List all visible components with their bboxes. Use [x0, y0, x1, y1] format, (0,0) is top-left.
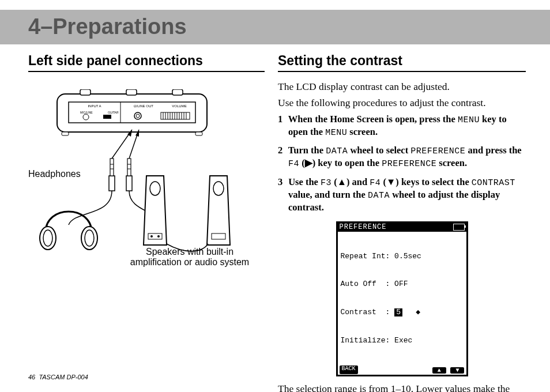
headphones-icon	[40, 212, 97, 250]
svg-point-9	[136, 114, 140, 118]
right-column: Setting the contrast The LCD display con…	[278, 53, 526, 392]
svg-point-39	[85, 230, 94, 246]
lcd-row-repeat: Repeat Int: 0.5sec	[341, 252, 464, 261]
steps-list: 1 When the Home Screen is open, press th…	[278, 113, 526, 213]
chapter-title: 4–Preparations	[28, 14, 187, 39]
lcd-row-contrast: Contrast : 5 ◆	[341, 308, 464, 317]
lcd-contrast-value: 5	[394, 308, 402, 316]
speaker-right-icon	[207, 176, 230, 245]
right-heading: Setting the contrast	[278, 53, 526, 72]
lcd-soft-down: ▼	[450, 367, 464, 374]
connection-diagram: INPUT A Ω/LINE OUT VOLUME MIC/LINE GUITA…	[28, 89, 247, 274]
page-footer: 46 TASCAM DP-004	[28, 374, 88, 380]
panel-label-volume: VOLUME	[172, 104, 186, 108]
svg-point-43	[157, 235, 160, 238]
svg-point-6	[83, 114, 89, 120]
lcd-screenshot: PREFERENCE Repeat Int: 0.5sec Auto Off :…	[336, 221, 468, 376]
step-1: 1 When the Home Screen is open, press th…	[278, 113, 526, 138]
page-number: 46	[28, 374, 35, 380]
panel-label-mic-line: MIC/LINE	[80, 111, 93, 114]
left-column: Left side panel connections INPUT A Ω/LI…	[28, 53, 265, 274]
product-name: TASCAM DP-004	[39, 374, 88, 380]
closing-paragraph: The selection range is from 1–10. Lower …	[278, 382, 526, 392]
jack-plug-right-icon	[126, 159, 132, 191]
intro-1: The LCD display contrast can be adjusted…	[278, 80, 526, 93]
lcd-softkeys: BACK ▲ ▼	[337, 365, 467, 375]
svg-rect-22	[62, 132, 69, 135]
diagram-svg: INPUT A Ω/LINE OUT VOLUME MIC/LINE GUITA…	[28, 89, 247, 274]
speakers-label-line1: Speakers with built-in	[146, 247, 233, 257]
svg-rect-33	[127, 159, 131, 176]
svg-rect-41	[148, 233, 162, 239]
lcd-title-bar: PREFERENCE	[337, 223, 467, 232]
battery-icon	[453, 224, 465, 231]
svg-rect-1	[80, 89, 91, 95]
svg-rect-32	[126, 176, 132, 191]
svg-rect-29	[110, 159, 114, 176]
lcd-title-text: PREFERENCE	[340, 223, 387, 231]
svg-point-37	[43, 230, 52, 246]
intro-2: Use the following procedures to adjust t…	[278, 96, 526, 109]
svg-rect-7	[103, 115, 111, 119]
step-2: 2 Turn the DATA wheel to select PREFEREN…	[278, 144, 526, 169]
svg-rect-23	[195, 132, 202, 135]
panel-label-input-a: INPUT A	[88, 104, 101, 108]
svg-rect-2	[126, 89, 137, 95]
panel-label-line-out: Ω/LINE OUT	[134, 104, 153, 108]
step-3: 3 Use the F3 (▲) and F4 (▼) keys to sele…	[278, 176, 526, 213]
speaker-left-icon	[144, 176, 167, 245]
headphones-label: Headphones	[28, 169, 81, 179]
svg-point-44	[213, 182, 224, 195]
svg-rect-3	[172, 89, 183, 95]
lcd-row-init: Initialize: Exec	[341, 336, 464, 345]
speakers-label-line2: amplification or audio system	[130, 257, 249, 267]
svg-point-40	[150, 182, 160, 195]
left-heading: Left side panel connections	[28, 53, 265, 72]
svg-rect-45	[212, 233, 225, 239]
lcd-soft-back: BACK	[340, 365, 358, 374]
lcd-soft-up: ▲	[432, 367, 446, 374]
volume-wheel-icon	[161, 112, 190, 119]
panel-label-guitar: GUITAR	[108, 111, 119, 114]
lcd-row-autooff: Auto Off : OFF	[341, 280, 464, 289]
speakers-label: Speakers with built-in amplification or …	[120, 247, 259, 268]
svg-rect-28	[109, 176, 115, 191]
svg-point-42	[150, 235, 153, 238]
jack-plug-left-icon	[109, 159, 115, 191]
page: 4–Preparations Left side panel connectio…	[0, 0, 550, 392]
lcd-body: Repeat Int: 0.5sec Auto Off : OFF Contra…	[337, 232, 467, 365]
